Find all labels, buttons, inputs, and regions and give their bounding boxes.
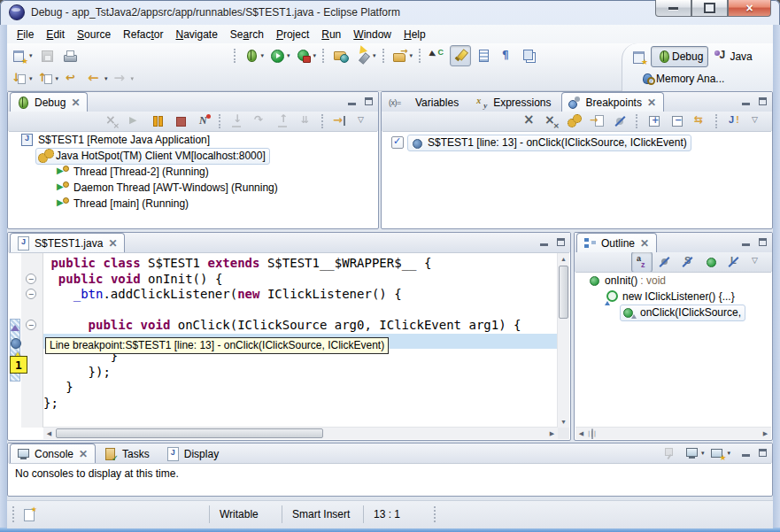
outline-item[interactable]: new IClickListener() {...} [575, 289, 771, 305]
maximize-view-button[interactable] [756, 236, 769, 248]
menu-search[interactable]: Search [224, 27, 270, 42]
pin-console-button[interactable] [659, 443, 680, 464]
view-menu-button[interactable] [746, 251, 768, 273]
tab-debug[interactable]: Debug ✕ [10, 92, 88, 112]
annotation-ruler[interactable] [9, 253, 21, 428]
debug-tree-item[interactable]: Java HotSpot(TM) Client VM[localhost:800… [9, 148, 377, 164]
tab-console[interactable]: Console✕ [10, 443, 96, 463]
remove-terminated-button[interactable] [101, 111, 122, 132]
dropdown-arrow-icon[interactable]: ▾ [104, 75, 108, 82]
word-wrap-button[interactable] [519, 45, 540, 66]
menu-project[interactable]: Project [270, 27, 315, 42]
tab-outline[interactable]: Outline ✕ [576, 233, 657, 252]
view-menu-button[interactable] [746, 111, 768, 132]
hide-local-types-button[interactable] [723, 251, 745, 273]
expand-all-button[interactable] [644, 111, 665, 132]
close-icon[interactable]: ✕ [79, 450, 88, 459]
maximize-view-button[interactable] [362, 96, 375, 107]
tab-breakpoints[interactable]: Breakpoints✕ [561, 92, 664, 112]
previous-annotation-button[interactable]: ▾ [36, 68, 61, 89]
tab-display[interactable]: Display [159, 443, 227, 463]
step-filters-button[interactable] [329, 111, 351, 132]
dropdown-arrow-icon[interactable]: ▾ [29, 52, 33, 59]
view-menu-button[interactable] [352, 111, 374, 132]
editor-horizontal-scrollbar[interactable]: ◀ ▶ [43, 427, 558, 439]
minimize-view-button[interactable] [345, 96, 359, 107]
skip-all-breakpoints-button[interactable] [564, 111, 585, 132]
open-type-button[interactable] [330, 45, 351, 66]
open-perspective-button[interactable] [629, 46, 650, 67]
dropdown-arrow-icon[interactable]: ▾ [727, 450, 730, 457]
link-with-debug-button[interactable] [690, 111, 711, 132]
minimize-view-button[interactable] [739, 236, 753, 248]
next-annotation-button[interactable]: ▾ [10, 68, 35, 89]
menu-window[interactable]: Window [347, 27, 398, 42]
title-bar[interactable]: Debug - app_TstJava2/appsrc/app/runnable… [0, 0, 780, 25]
minimize-view-button[interactable] [739, 447, 753, 459]
close-icon[interactable]: ✕ [71, 98, 80, 107]
close-icon[interactable]: ✕ [640, 239, 649, 248]
minimize-button[interactable] [655, 0, 691, 17]
show-declaration-button[interactable] [427, 45, 448, 66]
remove-breakpoint-button[interactable] [518, 111, 539, 132]
tab-tasks[interactable]: Tasks [97, 443, 158, 463]
menu-file[interactable]: File [11, 27, 40, 42]
maximize-view-button[interactable] [554, 236, 568, 248]
open-console-button[interactable]: ▾ [707, 443, 732, 464]
hide-non-public-button[interactable] [700, 251, 722, 273]
go-to-file-button[interactable] [587, 111, 608, 132]
forward-button[interactable]: ▾ [112, 68, 136, 89]
menu-run[interactable]: Run [315, 27, 347, 42]
scrollbar-thumb[interactable] [559, 266, 568, 319]
perspective-java-button[interactable]: Java [708, 46, 757, 67]
fold-collapse-icon[interactable]: − [26, 320, 36, 330]
menu-refactor[interactable]: Refactor [117, 27, 169, 42]
menu-source[interactable]: Source [71, 27, 117, 42]
restore-button[interactable] [691, 0, 728, 17]
close-button[interactable]: × [728, 0, 771, 17]
mark-occurrences-button[interactable] [450, 45, 471, 66]
perspective-memory-analyzer-button[interactable]: Memory Ana... [635, 68, 730, 89]
add-java-exception-button[interactable] [723, 111, 745, 132]
breakpoint-checkbox[interactable] [391, 136, 404, 149]
editor-vertical-scrollbar[interactable]: ▲ ▼ [557, 253, 569, 428]
outline-horizontal-scrollbar[interactable]: ◀ ▶ [575, 427, 771, 439]
back-button[interactable]: ▾ [85, 68, 110, 89]
dropdown-arrow-icon[interactable]: ▾ [410, 52, 413, 59]
run-launch-button[interactable]: ▾ [267, 45, 292, 66]
tab-variables[interactable]: Variables [383, 92, 467, 112]
scroll-right-icon[interactable]: ▶ [760, 428, 771, 439]
print-button[interactable] [59, 45, 81, 66]
debug-tree-item[interactable]: Thread [Thread-2] (Running) [9, 164, 377, 180]
display-selected-console-button[interactable]: ▾ [682, 443, 707, 464]
hide-static-button[interactable] [677, 251, 699, 273]
menu-help[interactable]: Help [398, 27, 432, 42]
dropdown-arrow-icon[interactable]: ▾ [373, 52, 376, 59]
remove-all-breakpoints-button[interactable] [541, 111, 562, 132]
scroll-left-icon[interactable]: ◀ [43, 428, 55, 439]
scroll-up-icon[interactable]: ▲ [558, 253, 569, 265]
menu-navigate[interactable]: Navigate [169, 27, 223, 42]
step-return-button[interactable] [273, 111, 294, 132]
dropdown-arrow-icon[interactable]: ▾ [287, 52, 290, 59]
close-icon[interactable]: ✕ [647, 98, 656, 107]
disconnect-button[interactable] [193, 111, 214, 132]
perspective-debug-button[interactable]: Debug [651, 46, 708, 67]
scroll-right-icon[interactable]: ▶ [546, 428, 558, 439]
save-button[interactable] [36, 45, 58, 66]
terminate-button[interactable] [170, 111, 191, 132]
last-edit-location-button[interactable] [62, 68, 83, 89]
folding-ruler[interactable]: −−− [21, 253, 43, 428]
menu-edit[interactable]: Edit [40, 27, 71, 42]
show-whitespace-button[interactable] [496, 45, 517, 66]
show-selected-only-button[interactable] [473, 45, 494, 66]
resume-button[interactable] [124, 111, 145, 132]
close-icon[interactable]: ✕ [108, 239, 117, 248]
dropdown-arrow-icon[interactable]: ▾ [131, 75, 135, 82]
step-over-button[interactable] [250, 111, 271, 132]
fold-collapse-icon[interactable]: − [26, 274, 36, 284]
suspend-button[interactable] [147, 111, 168, 132]
new-wizard-button[interactable]: ▾ [10, 45, 35, 66]
search-button[interactable]: ▾ [353, 45, 378, 66]
maximize-view-button[interactable] [756, 447, 769, 459]
